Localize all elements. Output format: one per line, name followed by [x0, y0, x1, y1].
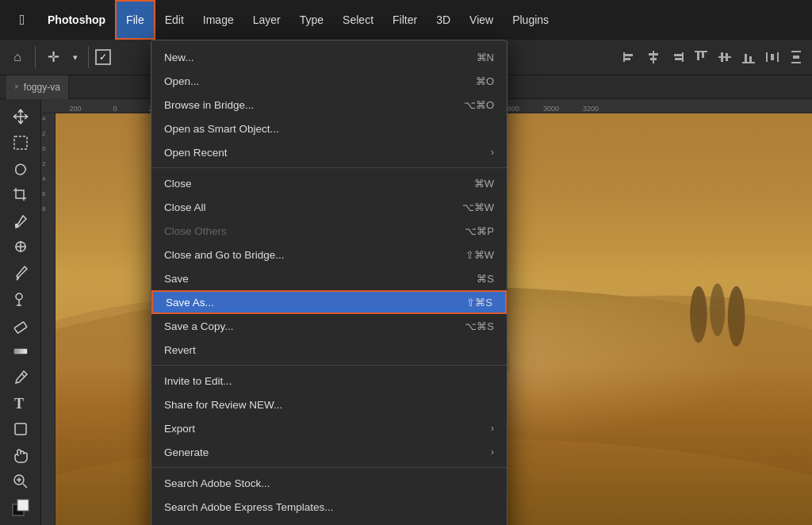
tab-close-icon[interactable]: ×: [14, 82, 19, 91]
foreground-color[interactable]: [6, 496, 35, 519]
menubar-item-plugins[interactable]: Plugins: [503, 0, 558, 40]
zoom-tool[interactable]: [6, 469, 35, 492]
menu-item-close-bridge[interactable]: Close and Go to Bridge... ⇧⌘W: [151, 243, 507, 266]
align-bottom-icon[interactable]: [739, 48, 758, 67]
gradient-tool[interactable]: [6, 339, 35, 362]
menu-item-browse-bridge[interactable]: Browse in Bridge... ⌥⌘O: [151, 93, 507, 117]
svg-rect-15: [742, 62, 755, 63]
export-arrow-icon: ›: [491, 423, 494, 434]
generate-arrow-icon: ›: [491, 446, 494, 458]
menu-item-close-all-label: Close All: [164, 201, 206, 213]
svg-rect-3: [653, 51, 654, 63]
crop-tool[interactable]: [6, 183, 35, 206]
svg-rect-1: [625, 54, 633, 56]
align-left-icon[interactable]: [620, 48, 639, 67]
menu-item-open-recent[interactable]: Open Recent ›: [151, 140, 507, 164]
menubar-item-filter[interactable]: Filter: [383, 0, 427, 40]
align-center-icon[interactable]: [644, 48, 663, 67]
menu-item-browse-bridge-shortcut: ⌥⌘O: [464, 99, 494, 111]
menu-item-new[interactable]: New... ⌘N: [151, 45, 507, 69]
menu-item-adobe-stock[interactable]: Search Adobe Stock...: [151, 471, 507, 495]
menu-item-save-copy-shortcut: ⌥⌘S: [465, 320, 494, 332]
svg-rect-9: [695, 51, 707, 52]
menu-item-close-others: Close Others ⌥⌘P: [151, 219, 507, 243]
svg-rect-19: [777, 52, 779, 62]
svg-point-27: [16, 293, 22, 300]
eyedropper-tool[interactable]: [6, 209, 35, 232]
menu-item-close-all[interactable]: Close All ⌥⌘W: [151, 195, 507, 219]
menu-item-new-shortcut: ⌘N: [477, 52, 494, 63]
menubar-item-edit[interactable]: Edit: [155, 0, 193, 40]
menu-item-invite[interactable]: Invite to Edit...: [151, 369, 507, 393]
svg-rect-20: [771, 54, 774, 60]
svg-rect-22: [791, 62, 801, 63]
ruler-tick: 200: [56, 105, 95, 113]
eraser-tool[interactable]: [6, 314, 35, 337]
menu-item-save-as[interactable]: Save As... ⇧⌘S: [151, 290, 507, 314]
menubar-item-select[interactable]: Select: [333, 0, 383, 40]
menu-item-adobe-express[interactable]: Search Adobe Express Templates...: [151, 495, 507, 519]
menu-item-close-bridge-label: Close and Go to Bridge...: [164, 249, 285, 261]
menu-item-close[interactable]: Close ⌘W: [151, 171, 507, 195]
svg-text:T: T: [14, 396, 24, 412]
menu-item-export-label: Export: [164, 423, 195, 435]
menu-item-invite-label: Invite to Edit...: [164, 375, 232, 387]
svg-rect-24: [14, 136, 27, 149]
move-tool-icon[interactable]: ✛: [42, 46, 64, 68]
align-tools: [620, 48, 806, 67]
menu-item-browse-bridge-label: Browse in Bridge...: [164, 99, 254, 111]
menu-item-save[interactable]: Save ⌘S: [151, 266, 507, 290]
menubar-item-file[interactable]: File: [115, 0, 155, 40]
menubar-item-photoshop[interactable]: Photoshop: [38, 0, 115, 40]
menu-item-share-review-label: Share for Review NEW...: [164, 399, 282, 411]
toolbar-separator-2: [88, 46, 89, 68]
menu-item-save-copy-label: Save a Copy...: [164, 320, 234, 332]
menu-item-revert[interactable]: Revert: [151, 338, 507, 362]
menu-item-generate[interactable]: Generate ›: [151, 440, 507, 464]
align-middle-icon[interactable]: [715, 48, 734, 67]
ruler-vertical: 4 2 0 2 4 6 8: [41, 113, 56, 525]
left-sidebar: T: [0, 99, 41, 525]
menu-item-save-copy[interactable]: Save a Copy... ⌥⌘S: [151, 314, 507, 338]
menu-item-adobe-express-label: Search Adobe Express Templates...: [164, 501, 334, 513]
pen-tool[interactable]: [6, 366, 35, 389]
shape-tool[interactable]: [6, 418, 35, 441]
menu-item-open[interactable]: Open... ⌘O: [151, 69, 507, 93]
tab-foggy[interactable]: × foggy-va: [6, 75, 69, 99]
healing-tool[interactable]: [6, 236, 35, 259]
home-icon[interactable]: ⌂: [6, 46, 29, 68]
menu-item-place-embedded[interactable]: Place Embedded...: [151, 519, 507, 525]
clone-stamp-tool[interactable]: [6, 288, 35, 311]
rectangular-marquee-tool[interactable]: [6, 132, 35, 155]
auto-select-checkbox[interactable]: ✓: [95, 49, 111, 65]
svg-rect-5: [650, 58, 657, 60]
align-top-icon[interactable]: [691, 48, 710, 67]
brush-tool[interactable]: [6, 262, 35, 285]
menu-item-close-shortcut: ⌘W: [474, 178, 494, 190]
dropdown-arrow-icon[interactable]: ▾: [69, 46, 82, 68]
menubar-item-type[interactable]: Type: [290, 0, 333, 40]
menu-item-save-label: Save: [164, 273, 189, 285]
type-tool[interactable]: T: [6, 392, 35, 415]
menubar-item-view[interactable]: View: [460, 0, 503, 40]
menu-item-open-recent-label: Open Recent: [164, 147, 228, 159]
distribute-v-icon[interactable]: [787, 48, 806, 67]
apple-menu[interactable]: : [6, 0, 38, 40]
menubar-item-image[interactable]: Image: [193, 0, 243, 40]
svg-rect-6: [682, 52, 684, 62]
align-right-icon[interactable]: [668, 48, 687, 67]
open-recent-arrow-icon: ›: [491, 147, 494, 158]
distribute-h-icon[interactable]: [763, 48, 782, 67]
svg-rect-10: [697, 52, 699, 60]
menu-item-open-smart-label: Open as Smart Object...: [164, 123, 279, 135]
menubar-item-3d[interactable]: 3D: [427, 0, 460, 40]
lasso-tool[interactable]: [6, 158, 35, 181]
menu-item-generate-label: Generate: [164, 446, 209, 458]
menu-item-share-review[interactable]: Share for Review NEW...: [151, 393, 507, 416]
hand-tool[interactable]: [6, 444, 35, 467]
menu-item-open-smart[interactable]: Open as Smart Object...: [151, 117, 507, 140]
menu-item-export[interactable]: Export ›: [151, 416, 507, 440]
ruler-tick: 0: [95, 105, 135, 113]
menubar-item-layer[interactable]: Layer: [243, 0, 290, 40]
move-tool[interactable]: [6, 105, 35, 128]
